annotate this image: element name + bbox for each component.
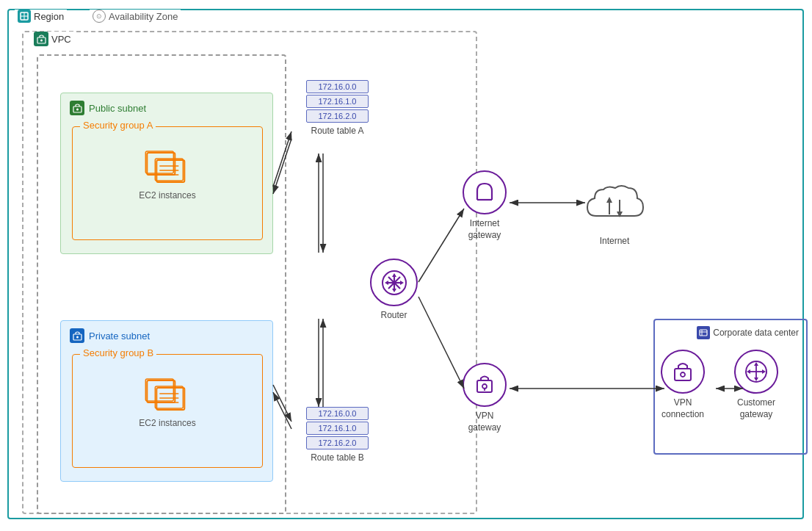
- az-text: Availability Zone: [109, 11, 178, 22]
- svg-point-15: [76, 336, 79, 338]
- az-inner-box: Public subnet Security group A: [37, 54, 286, 514]
- svg-rect-9: [157, 160, 185, 182]
- internet-gw-container: Internetgateway: [463, 170, 507, 241]
- internet-gw-label: Internetgateway: [463, 218, 507, 241]
- route-a-entry-1: 172.16.0.0: [306, 80, 369, 93]
- sg-a-label: Security group A: [80, 120, 156, 131]
- route-b-entry-1: 172.16.0.0: [306, 407, 369, 420]
- svg-rect-7: [148, 153, 175, 175]
- az-label: ⊙ Availability Zone: [90, 10, 181, 23]
- vpn-gw-label: VPNgateway: [463, 411, 507, 433]
- private-subnet-icon: [70, 328, 84, 343]
- svg-marker-31: [400, 281, 404, 285]
- route-a-entry-2: 172.16.1.0: [306, 95, 369, 108]
- corp-dc-label: Corporate data center: [697, 326, 799, 339]
- region-text: Region: [34, 11, 64, 22]
- svg-marker-49: [754, 378, 758, 381]
- region-label: Region: [15, 10, 67, 23]
- vpn-gw-icon: [463, 363, 507, 407]
- route-a-label: Route table A: [306, 126, 369, 136]
- ec2-a-label: EC2 instances: [139, 190, 195, 201]
- route-b-entry-3: 172.16.2.0: [306, 436, 369, 449]
- svg-point-6: [76, 108, 79, 110]
- internet-gw-icon: [463, 170, 507, 214]
- svg-marker-30: [385, 281, 388, 285]
- diagram-container: Region ⊙ Availability Zone VPC: [0, 0, 812, 531]
- router-label: Router: [370, 310, 418, 322]
- ec2-b-label: EC2 instances: [139, 418, 195, 428]
- svg-point-44: [681, 372, 685, 377]
- svg-rect-10: [156, 159, 184, 181]
- private-subnet-text: Private subnet: [89, 330, 150, 342]
- svg-point-4: [40, 39, 43, 41]
- corp-dc-box: Corporate data center VPNconnection: [653, 319, 808, 455]
- public-subnet-label: Public subnet: [70, 101, 146, 115]
- vpn-conn-label: VPNconnection: [661, 397, 705, 420]
- route-b-entry-2: 172.16.1.0: [306, 422, 369, 435]
- internet-container: Internet: [581, 178, 648, 248]
- ec2-a-icon: [144, 145, 192, 186]
- customer-gw-inner-container: Customergateway: [734, 350, 778, 420]
- public-subnet-text: Public subnet: [89, 103, 146, 114]
- svg-marker-48: [754, 362, 758, 366]
- customer-gw-icon: [734, 350, 778, 394]
- ec2-a-area: EC2 instances: [139, 145, 195, 201]
- internet-label: Internet: [581, 236, 648, 248]
- corp-dc-text: Corporate data center: [713, 328, 799, 338]
- svg-marker-29: [392, 289, 396, 292]
- internet-cloud-icon: [581, 178, 648, 229]
- svg-point-34: [482, 384, 487, 389]
- route-table-b: 172.16.0.0 172.16.1.0 172.16.2.0 Route t…: [306, 407, 369, 463]
- security-group-b: Security group B EC2 ins: [72, 354, 263, 468]
- private-subnet: Private subnet Security group B: [60, 320, 273, 482]
- svg-marker-50: [747, 369, 750, 374]
- security-group-a: Security group A: [72, 126, 263, 240]
- vpc-label: VPC: [31, 32, 74, 46]
- svg-rect-19: [156, 386, 184, 408]
- svg-marker-37: [606, 197, 612, 203]
- ec2-b-icon: [144, 373, 192, 413]
- public-subnet: Public subnet Security group A: [60, 93, 273, 254]
- region-box: Region ⊙ Availability Zone VPC: [7, 9, 804, 519]
- svg-rect-16: [148, 380, 175, 402]
- vpn-conn-container: VPNconnection: [661, 350, 705, 420]
- svg-marker-51: [762, 369, 766, 374]
- route-b-label: Route table B: [306, 452, 369, 463]
- vpn-gw-container: VPNgateway: [463, 363, 507, 433]
- route-a-entry-3: 172.16.2.0: [306, 109, 369, 123]
- svg-rect-40: [700, 330, 707, 336]
- svg-rect-18: [157, 388, 185, 410]
- ec2-b-area: EC2 instances: [139, 373, 195, 428]
- route-table-a: 172.16.0.0 172.16.1.0 172.16.2.0 Route t…: [306, 80, 369, 136]
- vpn-conn-icon: [661, 350, 705, 394]
- svg-rect-43: [675, 369, 691, 380]
- router-container: Router: [370, 259, 418, 322]
- customer-gw-label: Customergateway: [734, 397, 778, 420]
- private-subnet-label: Private subnet: [70, 328, 150, 343]
- public-subnet-icon: [70, 101, 84, 115]
- az-icon: ⊙: [93, 10, 106, 23]
- vpc-icon: [34, 32, 48, 46]
- region-icon: [18, 10, 31, 23]
- vpc-text: VPC: [51, 34, 71, 45]
- router-icon: [370, 259, 418, 306]
- svg-marker-28: [392, 273, 396, 277]
- corp-dc-icon: [697, 326, 710, 339]
- sg-b-label: Security group B: [80, 347, 156, 358]
